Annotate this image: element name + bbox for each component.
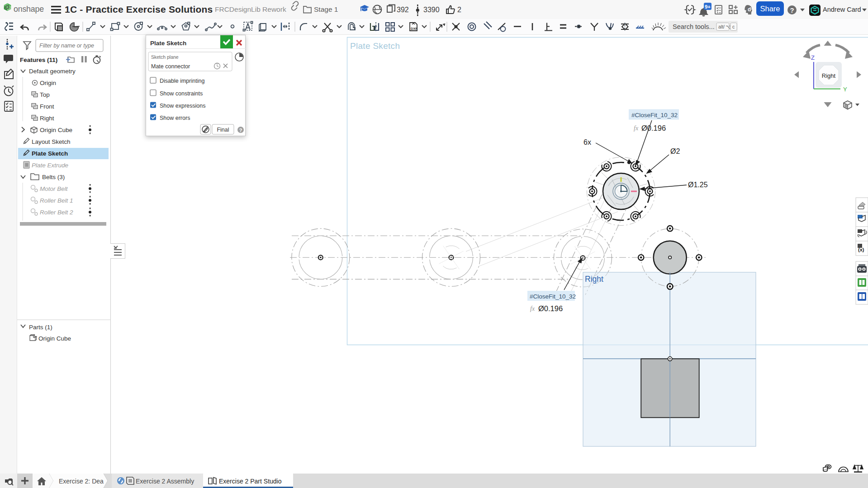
svg-text:onshape: onshape <box>14 5 44 14</box>
svg-text:Plate Sketch: Plate Sketch <box>32 150 68 157</box>
svg-text:Right: Right <box>822 72 836 79</box>
svg-text:Origin: Origin <box>40 80 56 86</box>
svg-text:fx: fx <box>530 305 535 312</box>
svg-text:Ø0.196: Ø0.196 <box>538 304 563 313</box>
svg-text:Plate Extrude: Plate Extrude <box>32 162 68 169</box>
svg-text:Origin Cube: Origin Cube <box>38 335 71 342</box>
svg-text:Show errors: Show errors <box>160 115 190 121</box>
svg-text:Features (11): Features (11) <box>20 57 57 63</box>
svg-text:Parts (1): Parts (1) <box>29 324 52 331</box>
svg-text:1C - Practice Exercise Solutio: 1C - Practice Exercise Solutions <box>65 4 213 14</box>
svg-text:Right: Right <box>40 115 54 122</box>
svg-text:Exercise 2 Part Studio: Exercise 2 Part Studio <box>219 478 282 485</box>
svg-text:Stage 1: Stage 1 <box>314 5 338 13</box>
svg-text:Layout Sketch: Layout Sketch <box>32 138 71 145</box>
svg-text:Sketch plane: Sketch plane <box>151 54 179 60</box>
svg-text:Motor Belt: Motor Belt <box>40 185 68 192</box>
svg-text:FRCDesignLib Rework: FRCDesignLib Rework <box>215 5 286 13</box>
svg-text:Andrew Card: Andrew Card <box>823 6 861 13</box>
svg-text:c: c <box>732 24 735 29</box>
svg-text:6x: 6x <box>583 138 591 146</box>
svg-text:Ø2: Ø2 <box>670 147 680 155</box>
svg-text:392: 392 <box>397 6 409 14</box>
svg-text:Roller Belt 1: Roller Belt 1 <box>40 197 73 204</box>
svg-text:9+: 9+ <box>705 4 711 9</box>
svg-text:Disable imprinting: Disable imprinting <box>160 78 204 84</box>
svg-text:Share: Share <box>760 5 780 13</box>
svg-text:DXF: DXF <box>411 27 417 31</box>
svg-text:Belts (3): Belts (3) <box>42 174 65 180</box>
svg-text:Ø0.196: Ø0.196 <box>641 124 666 132</box>
svg-text:Search tools...: Search tools... <box>673 23 715 30</box>
svg-text:?: ? <box>239 128 242 133</box>
svg-text:Y: Y <box>843 86 847 93</box>
svg-text:3390: 3390 <box>423 6 440 14</box>
svg-text:Final: Final <box>217 127 229 133</box>
svg-text:Default geometry: Default geometry <box>29 68 76 75</box>
svg-text:2: 2 <box>457 6 461 14</box>
svg-text:Exercise 2: Dea: Exercise 2: Dea <box>59 478 104 485</box>
svg-text:Ø1.25: Ø1.25 <box>688 181 708 189</box>
svg-text:Z: Z <box>811 54 815 61</box>
svg-text:Show constraints: Show constraints <box>160 90 203 97</box>
svg-text:Plate Sketch: Plate Sketch <box>350 41 400 51</box>
svg-text:Filter by name or type: Filter by name or type <box>39 43 94 49</box>
svg-text:#CloseFit_10_32: #CloseFit_10_32 <box>631 112 678 118</box>
svg-text:?: ? <box>790 6 794 14</box>
svg-text:d²: d² <box>748 6 753 13</box>
svg-text:fx: fx <box>634 125 639 132</box>
svg-text:alt/: alt/ <box>718 24 725 29</box>
svg-text:Top: Top <box>40 91 50 98</box>
svg-text:Plate Sketch: Plate Sketch <box>150 40 186 47</box>
svg-text:(x): (x) <box>858 247 864 252</box>
svg-text:Exercise 2 Assembly: Exercise 2 Assembly <box>136 478 194 485</box>
svg-text:Mate connector: Mate connector <box>151 63 190 70</box>
svg-text:#CloseFit_10_32: #CloseFit_10_32 <box>530 293 576 300</box>
svg-text:Roller Belt 2: Roller Belt 2 <box>40 209 73 216</box>
svg-text:Origin Cube: Origin Cube <box>40 127 72 133</box>
svg-text:Right: Right <box>585 275 603 284</box>
svg-text:Show expressions: Show expressions <box>160 103 205 109</box>
svg-text:⌥: ⌥ <box>726 24 731 29</box>
svg-text:Front: Front <box>40 103 54 110</box>
